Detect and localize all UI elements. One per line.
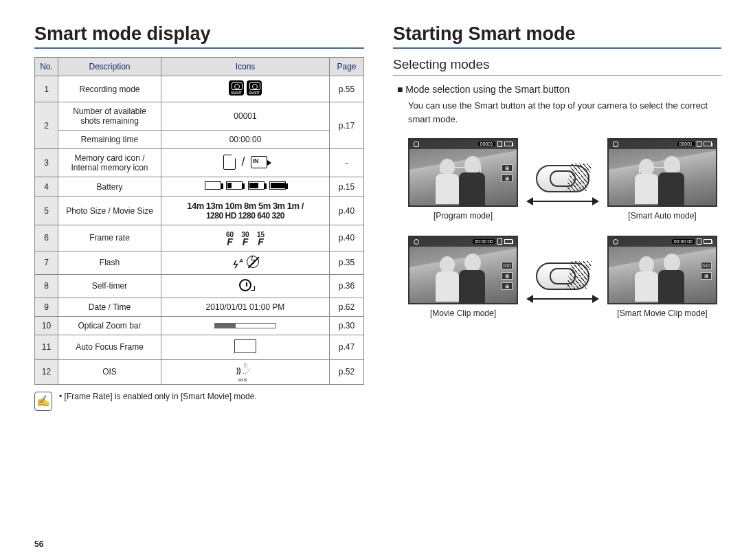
cell-icons: 2010/01/01 01:00 PM bbox=[161, 298, 330, 316]
th-desc: Description bbox=[58, 58, 161, 76]
th-icons: Icons bbox=[161, 58, 330, 76]
thumb-smart-movie: 00:00:00 640 ▣ bbox=[607, 236, 717, 304]
cell-page: - bbox=[330, 149, 364, 177]
table-row: 3 Memory card icon / Internal memory ico… bbox=[35, 149, 364, 177]
icon-table: No. Description Icons Page 1 Recording m… bbox=[34, 57, 364, 385]
thumb-movie: 00:00:00 640 ▣ ▣ bbox=[408, 236, 518, 304]
cell-icons: 00001 bbox=[161, 102, 330, 131]
battery-full-icon bbox=[269, 181, 286, 190]
cell-desc: Date / Time bbox=[58, 298, 161, 316]
internal-memory-icon bbox=[251, 156, 267, 168]
note-text: • [Frame Rate] is enabled only in [Smart… bbox=[59, 392, 257, 401]
frame-rate-60-icon: 60F bbox=[226, 232, 234, 247]
table-row: Remaining time 00:00:00 bbox=[35, 131, 364, 149]
side-box-icon: ▣ bbox=[502, 282, 513, 290]
left-column: Smart mode display No. Description Icons… bbox=[34, 23, 364, 553]
mode-cell-program: 00001 ▣▣ [Program mode] bbox=[408, 138, 518, 221]
mode-indicator-icon bbox=[414, 239, 419, 245]
cell-page: p.36 bbox=[330, 274, 364, 298]
thumb-counter: 00001 bbox=[677, 142, 695, 146]
mode-label: [Smart Movie Clip mode] bbox=[607, 309, 717, 318]
cell-desc: OIS bbox=[58, 359, 161, 384]
cell-no: 2 bbox=[35, 102, 58, 149]
frame-rate-15-icon: 15F bbox=[257, 232, 265, 247]
note-icon: ✍ bbox=[34, 392, 52, 411]
cell-page: p.35 bbox=[330, 251, 364, 274]
cell-no: 8 bbox=[35, 274, 58, 298]
table-row: 5 Photo Size / Movie Size 14m 13m 10m 8m… bbox=[35, 197, 364, 225]
cell-icons bbox=[161, 177, 330, 197]
side-res-label: 640 bbox=[701, 262, 712, 269]
cell-page: p.52 bbox=[330, 359, 364, 384]
cell-page: p.47 bbox=[330, 335, 364, 359]
cell-desc: Self-timer bbox=[58, 274, 161, 298]
cell-icons: 60F 30F 15F bbox=[161, 225, 330, 251]
sd-mini-icon bbox=[497, 141, 502, 147]
table-row: 4 Battery p.15 bbox=[35, 177, 364, 197]
th-no: No. bbox=[35, 58, 58, 76]
smart-button-cell bbox=[525, 236, 600, 318]
side-res-label: 640 bbox=[502, 262, 513, 269]
cell-desc: Frame rate bbox=[58, 225, 161, 251]
mode-cell-smart-movie: 00:00:00 640 ▣ [Smart Movie Clip mode] bbox=[607, 236, 717, 318]
mode-label: [Smart Auto mode] bbox=[607, 211, 717, 221]
mode-label: [Program mode] bbox=[408, 211, 518, 221]
battery-empty-icon bbox=[205, 181, 221, 190]
cell-desc: Optical Zoom bar bbox=[58, 316, 161, 335]
table-row: 6 Frame rate 60F 30F 15F p.40 bbox=[35, 225, 364, 251]
cell-no: 5 bbox=[35, 197, 58, 225]
cell-desc: Auto Focus Frame bbox=[58, 335, 161, 359]
th-page: Page bbox=[330, 58, 364, 76]
table-row: 2 Number of available shots remaining 00… bbox=[35, 102, 364, 131]
side-box-icon: ▣ bbox=[502, 164, 513, 172]
people-illustration bbox=[430, 155, 499, 205]
thumb-smart-auto: 00001 bbox=[607, 138, 717, 207]
thumb-counter: 00001 bbox=[478, 142, 495, 146]
cell-icons: ϟ bbox=[161, 251, 330, 274]
battery-mini-icon bbox=[704, 239, 712, 244]
cell-icons: SMART SMART bbox=[161, 76, 330, 102]
smart-button-icon bbox=[536, 262, 589, 290]
double-arrow-icon bbox=[528, 298, 598, 300]
note-row: ✍ • [Frame Rate] is enabled only in [Sma… bbox=[34, 392, 364, 411]
cell-page: p.40 bbox=[330, 197, 364, 225]
battery-mini-icon bbox=[504, 239, 513, 244]
right-column: Starting Smart mode Selecting modes Mode… bbox=[393, 23, 721, 553]
flash-auto-icon: ϟ bbox=[232, 259, 238, 270]
right-heading: Mode selection using the Smart button bbox=[397, 84, 721, 95]
cell-desc: Battery bbox=[58, 177, 161, 197]
cell-no: 4 bbox=[35, 177, 58, 197]
sd-mini-icon bbox=[697, 238, 701, 245]
mode-grid: 00001 ▣▣ [Program mode] 00001 bbox=[408, 138, 721, 318]
mode-indicator-icon bbox=[414, 142, 419, 147]
battery-mid-icon bbox=[248, 181, 265, 190]
people-illustration bbox=[629, 155, 698, 205]
cell-page: p.17 bbox=[330, 102, 364, 149]
battery-mini-icon bbox=[704, 142, 712, 146]
thumb-time: 00:00:00 bbox=[473, 239, 495, 244]
cell-desc: Remaining time bbox=[58, 131, 161, 149]
cell-desc: Photo Size / Movie Size bbox=[58, 197, 161, 225]
side-box-icon: ▣ bbox=[502, 175, 513, 182]
left-title: Smart mode display bbox=[34, 23, 364, 49]
cell-page: p.62 bbox=[330, 298, 364, 316]
table-row: 7 Flash ϟ p.35 bbox=[35, 251, 364, 274]
mode-indicator-icon bbox=[613, 142, 618, 147]
mode-cell-smart-auto: 00001 [Smart Auto mode] bbox=[607, 138, 717, 221]
cell-desc: Memory card icon / Internal memory icon bbox=[58, 149, 161, 177]
cell-desc: Recording mode bbox=[58, 76, 161, 102]
cell-icons: / bbox=[161, 149, 330, 177]
battery-mini-icon bbox=[504, 142, 513, 146]
smart-button-icon bbox=[536, 165, 589, 192]
photo-size-icons: 14m 13m 10m 8m 5m 3m 1m / bbox=[166, 201, 325, 211]
thumb-time: 00:00:00 bbox=[672, 239, 695, 244]
table-row: 8 Self-timer p.36 bbox=[35, 274, 364, 298]
cell-no: 7 bbox=[35, 251, 58, 274]
people-illustration bbox=[629, 252, 698, 303]
battery-low-icon bbox=[226, 181, 243, 190]
table-row: 9 Date / Time 2010/01/01 01:00 PM p.62 bbox=[35, 298, 364, 316]
movie-size-icons: 1280 HD 1280 640 320 bbox=[166, 211, 325, 221]
table-row: 1 Recording mode SMART SMART p.55 bbox=[35, 76, 364, 102]
cell-desc: Flash bbox=[58, 251, 161, 274]
cell-no: 1 bbox=[35, 76, 58, 102]
